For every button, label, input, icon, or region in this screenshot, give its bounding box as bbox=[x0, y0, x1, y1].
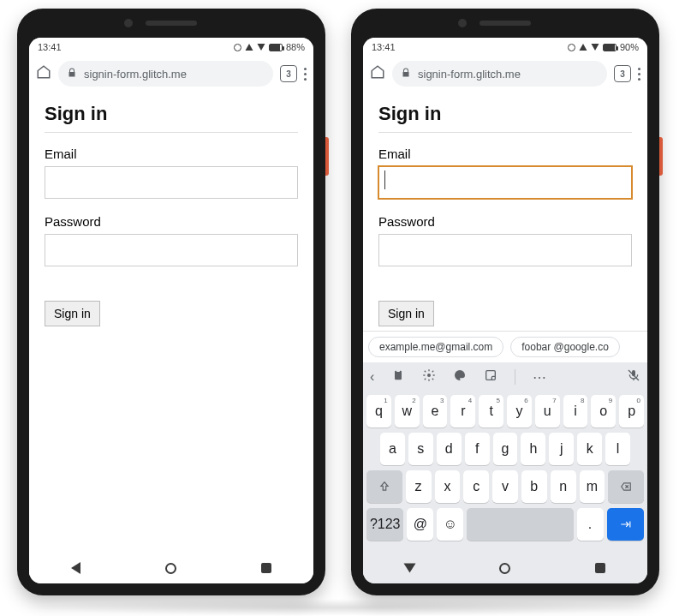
key-j[interactable]: j bbox=[549, 433, 574, 465]
key-r[interactable]: r4 bbox=[450, 395, 475, 428]
svg-point-2 bbox=[427, 374, 431, 377]
system-nav-bar bbox=[29, 553, 313, 583]
home-icon[interactable] bbox=[370, 64, 385, 83]
battery-icon bbox=[269, 44, 283, 51]
url-bar[interactable]: signin-form.glitch.me bbox=[392, 61, 607, 87]
key-t[interactable]: t5 bbox=[479, 395, 503, 428]
key-p[interactable]: p0 bbox=[619, 395, 644, 428]
page-content: Sign in Email Password Sign in example.m… bbox=[363, 91, 647, 553]
chevron-left-icon[interactable]: ‹ bbox=[370, 369, 374, 385]
key-h[interactable]: h bbox=[521, 433, 545, 465]
symbols-key[interactable]: ?123 bbox=[366, 508, 403, 541]
page-content: Sign in Email Password Sign in bbox=[29, 91, 313, 553]
drop-shadow bbox=[17, 599, 668, 616]
nav-home-icon[interactable] bbox=[165, 563, 176, 574]
status-bar: 13:41 90% bbox=[363, 38, 647, 57]
space-key[interactable] bbox=[467, 508, 573, 541]
key-x[interactable]: x bbox=[435, 470, 461, 503]
system-nav-bar bbox=[363, 553, 647, 583]
password-label: Password bbox=[45, 214, 298, 229]
key-i[interactable]: i8 bbox=[563, 395, 588, 428]
email-label: Email bbox=[45, 147, 298, 161]
phone-speaker bbox=[480, 21, 531, 26]
nav-back-icon[interactable] bbox=[404, 564, 416, 573]
lock-icon bbox=[67, 68, 77, 81]
page-title: Sign in bbox=[378, 103, 632, 125]
tab-switcher[interactable]: 3 bbox=[280, 65, 297, 82]
key-q[interactable]: q1 bbox=[366, 395, 391, 428]
nav-back-icon[interactable] bbox=[71, 562, 80, 574]
key-e[interactable]: e3 bbox=[423, 395, 448, 428]
sticker-icon[interactable] bbox=[484, 368, 497, 386]
status-time: 13:41 bbox=[38, 42, 62, 52]
status-indicator-icon bbox=[234, 44, 241, 51]
key-g[interactable]: g bbox=[493, 433, 518, 465]
battery-icon bbox=[603, 44, 616, 51]
status-bar: 13:41 88% bbox=[29, 38, 313, 57]
phone-speaker bbox=[146, 21, 197, 26]
home-icon[interactable] bbox=[36, 64, 51, 83]
at-key[interactable]: @ bbox=[407, 508, 433, 541]
divider bbox=[378, 132, 632, 133]
svg-rect-1 bbox=[396, 369, 400, 372]
palette-icon[interactable] bbox=[453, 368, 467, 386]
key-w[interactable]: w2 bbox=[395, 395, 420, 428]
key-k[interactable]: k bbox=[577, 433, 602, 465]
nav-home-icon[interactable] bbox=[499, 563, 510, 574]
backspace-key[interactable] bbox=[608, 470, 644, 503]
divider bbox=[45, 132, 298, 133]
email-field[interactable] bbox=[378, 166, 632, 199]
key-z[interactable]: z bbox=[406, 470, 432, 503]
key-m[interactable]: m bbox=[580, 470, 605, 503]
enter-key[interactable] bbox=[607, 508, 644, 541]
signin-button[interactable]: Sign in bbox=[45, 301, 100, 326]
battery-percent: 88% bbox=[286, 42, 305, 52]
gear-icon[interactable] bbox=[422, 368, 436, 386]
signin-button[interactable]: Sign in bbox=[378, 301, 434, 326]
key-n[interactable]: n bbox=[551, 470, 576, 503]
key-f[interactable]: f bbox=[465, 433, 490, 465]
phone-camera bbox=[124, 19, 133, 27]
nav-recent-icon[interactable] bbox=[261, 563, 271, 573]
key-o[interactable]: o9 bbox=[591, 395, 616, 428]
mic-off-icon[interactable] bbox=[627, 368, 640, 386]
svg-rect-3 bbox=[486, 371, 496, 380]
autofill-chip[interactable]: example.me@gmail.com bbox=[368, 337, 503, 357]
key-a[interactable]: a bbox=[380, 433, 405, 465]
more-icon[interactable]: ⋯ bbox=[533, 369, 546, 386]
email-field[interactable] bbox=[45, 166, 298, 199]
browser-toolbar: signin-form.glitch.me 3 bbox=[29, 57, 313, 91]
signal-icon bbox=[579, 44, 587, 51]
key-s[interactable]: s bbox=[408, 433, 433, 465]
page-title: Sign in bbox=[45, 103, 298, 125]
key-c[interactable]: c bbox=[463, 470, 489, 503]
svg-rect-0 bbox=[395, 371, 402, 380]
period-key[interactable]: . bbox=[577, 508, 604, 541]
toolbar-separator bbox=[515, 369, 515, 385]
key-b[interactable]: b bbox=[521, 470, 547, 503]
clipboard-icon[interactable] bbox=[391, 368, 405, 386]
key-v[interactable]: v bbox=[492, 470, 518, 503]
tab-switcher[interactable]: 3 bbox=[614, 65, 631, 82]
wifi-icon bbox=[257, 44, 265, 51]
browser-toolbar: signin-form.glitch.me 3 bbox=[363, 57, 647, 91]
signal-icon bbox=[245, 44, 253, 51]
status-time: 13:41 bbox=[372, 42, 396, 52]
emoji-key[interactable]: ☺ bbox=[437, 508, 463, 541]
key-u[interactable]: u7 bbox=[535, 395, 560, 428]
password-field[interactable] bbox=[378, 234, 632, 266]
key-l[interactable]: l bbox=[605, 433, 630, 465]
nav-recent-icon[interactable] bbox=[595, 563, 605, 573]
autofill-suggestion-row: example.me@gmail.com foobar @google.co bbox=[363, 331, 647, 362]
password-field[interactable] bbox=[45, 234, 298, 266]
keyboard-overlay: example.me@gmail.com foobar @google.co ‹ bbox=[363, 331, 647, 553]
shift-key[interactable] bbox=[366, 470, 402, 503]
phone-left: 13:41 88% signin-form.glitch.m bbox=[17, 9, 325, 595]
key-y[interactable]: y6 bbox=[507, 395, 532, 428]
autofill-chip[interactable]: foobar @google.co bbox=[510, 337, 620, 357]
phone-screen: 13:41 90% signin-form.glitch.m bbox=[363, 38, 647, 583]
key-d[interactable]: d bbox=[437, 433, 462, 465]
overflow-menu-icon[interactable] bbox=[304, 68, 307, 81]
overflow-menu-icon[interactable] bbox=[638, 68, 640, 81]
url-bar[interactable]: signin-form.glitch.me bbox=[58, 61, 273, 87]
